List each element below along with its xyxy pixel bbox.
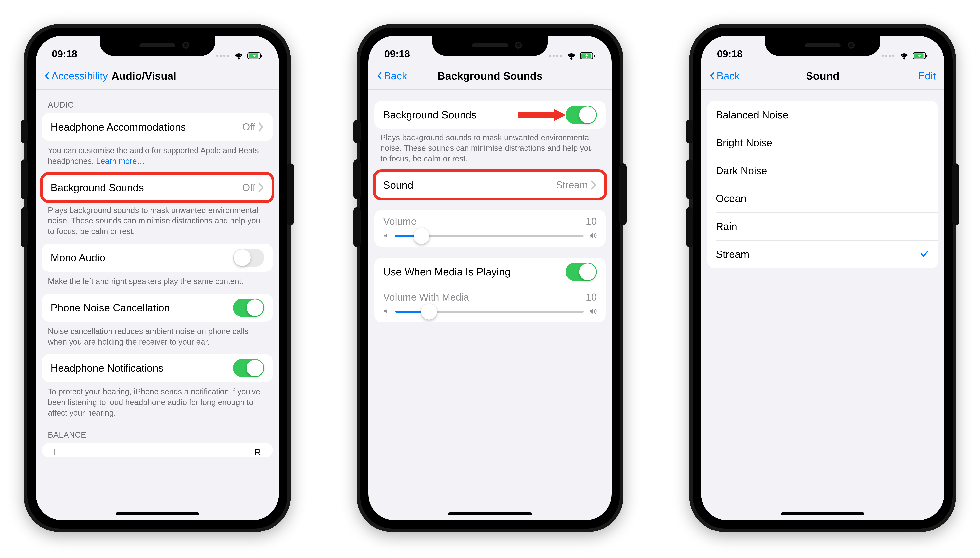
side-power-button <box>952 163 959 225</box>
row-sound-option[interactable]: Balanced Noise <box>707 101 938 129</box>
wifi-icon <box>566 52 576 60</box>
group-headphone-notifications: Headphone Notifications <box>42 354 273 382</box>
toggle-noise-cancellation[interactable] <box>233 299 264 317</box>
home-indicator[interactable] <box>116 512 199 515</box>
chevron-right-icon <box>258 122 264 132</box>
row-mono-audio[interactable]: Mono Audio <box>42 244 273 272</box>
toggle-headphone-notifications[interactable] <box>233 359 264 377</box>
wifi-icon <box>899 52 909 60</box>
volume-mute-button <box>353 120 360 143</box>
speaker-high-icon <box>588 232 597 240</box>
svg-rect-5 <box>594 54 595 57</box>
chevron-right-icon <box>591 180 597 190</box>
notch <box>432 36 548 56</box>
phone-mockup-3: 09:18 •••• Back Sound Edit Balanced Nois… <box>689 24 956 532</box>
row-label: Dark Noise <box>716 165 929 177</box>
balance-left-label: L <box>54 447 59 457</box>
cellular-icon: •••• <box>216 52 230 60</box>
checkmark-icon <box>920 249 929 259</box>
row-volume-with-media[interactable]: Volume With Media 10 <box>375 286 605 322</box>
chevron-right-icon <box>258 183 264 192</box>
row-label: Rain <box>716 220 929 232</box>
nav-bar: Back Background Sounds <box>368 62 612 90</box>
row-sound-option[interactable]: Dark Noise <box>707 157 938 185</box>
footer-headphone-notifications: To protect your hearing, iPhone sends a … <box>36 383 279 420</box>
volume-media-label: Volume With Media <box>383 291 469 303</box>
group-bgs-toggle: Background Sounds <box>375 101 605 129</box>
row-value: Off <box>242 182 255 193</box>
row-label: Bright Noise <box>716 137 929 149</box>
footer-headphone-accommodations: You can customise the audio for supporte… <box>36 142 279 168</box>
volume-down-button <box>686 207 693 247</box>
group-sound-picker: Sound Stream <box>375 171 605 199</box>
edit-button[interactable]: Edit <box>918 70 936 82</box>
page-title: Audio/Visual <box>111 69 176 82</box>
wifi-icon <box>234 52 244 60</box>
row-value: Off <box>242 121 255 133</box>
learn-more-link[interactable]: Learn more… <box>96 157 145 166</box>
back-button[interactable]: Back <box>708 70 740 82</box>
back-label: Back <box>384 70 407 82</box>
row-sound-option[interactable]: Bright Noise <box>707 129 938 157</box>
volume-label: Volume <box>383 216 417 227</box>
volume-up-button <box>21 159 28 199</box>
group-headphone-accommodations: Headphone Accommodations Off <box>42 113 273 141</box>
back-button[interactable]: Accessibility <box>43 70 108 82</box>
row-background-sounds[interactable]: Background Sounds Off <box>42 174 273 202</box>
toggle-mono-audio[interactable] <box>233 248 264 267</box>
back-label: Accessibility <box>51 70 108 82</box>
volume-down-button <box>21 207 28 247</box>
volume-slider[interactable] <box>395 235 584 237</box>
balance-right-label: R <box>255 447 261 457</box>
page-title: Background Sounds <box>437 69 543 82</box>
status-time: 09:18 <box>717 48 743 60</box>
row-label: Phone Noise Cancellation <box>51 302 233 313</box>
row-sound-option[interactable]: Stream <box>707 240 938 268</box>
phone-mockup-2: 09:18 •••• Back Background Sounds <box>357 24 623 532</box>
section-header-balance: BALANCE <box>36 420 279 443</box>
row-sound-option[interactable]: Rain <box>707 212 938 240</box>
nav-bar: Back Sound Edit <box>701 62 944 90</box>
row-headphone-notifications[interactable]: Headphone Notifications <box>42 354 273 382</box>
status-time: 09:18 <box>384 48 410 60</box>
row-sound[interactable]: Sound Stream <box>375 171 605 199</box>
page-title: Sound <box>806 69 839 82</box>
row-background-sounds-toggle[interactable]: Background Sounds <box>375 101 605 129</box>
group-balance: L R <box>42 443 273 457</box>
speaker-low-icon <box>383 232 390 240</box>
back-button[interactable]: Back <box>376 70 407 82</box>
row-headphone-accommodations[interactable]: Headphone Accommodations Off <box>42 113 273 141</box>
battery-charging-icon <box>247 52 263 60</box>
battery-charging-icon <box>913 52 928 60</box>
volume-up-button <box>686 159 693 199</box>
row-phone-noise-cancellation[interactable]: Phone Noise Cancellation <box>42 294 273 322</box>
svg-rect-9 <box>926 54 928 57</box>
speaker-low-icon <box>383 308 390 316</box>
phone-mockup-1: 09:18 •••• Accessibility Audio/Visual <box>24 24 291 532</box>
toggle-background-sounds[interactable] <box>566 106 597 124</box>
group-background-sounds: Background Sounds Off <box>42 174 273 202</box>
row-label: Background Sounds <box>51 182 242 194</box>
volume-mute-button <box>21 120 28 143</box>
volume-down-button <box>353 207 360 247</box>
footer-bgs-toggle: Plays background sounds to mask unwanted… <box>368 129 612 166</box>
group-mono-audio: Mono Audio <box>42 244 273 272</box>
battery-charging-icon <box>580 52 596 60</box>
row-label: Stream <box>716 248 920 260</box>
row-volume[interactable]: Volume 10 <box>375 210 605 247</box>
footer-background-sounds: Plays background sounds to mask unwanted… <box>36 202 279 238</box>
volume-media-value: 10 <box>586 291 597 303</box>
row-sound-option[interactable]: Ocean <box>707 185 938 212</box>
row-label: Use When Media Is Playing <box>383 266 566 278</box>
row-use-when-media[interactable]: Use When Media Is Playing <box>375 258 605 286</box>
home-indicator[interactable] <box>781 512 864 515</box>
row-value: Stream <box>556 179 588 191</box>
status-time: 09:18 <box>52 48 77 60</box>
toggle-use-when-media[interactable] <box>566 263 597 281</box>
volume-mute-button <box>686 120 693 143</box>
group-sound-options: Balanced NoiseBright NoiseDark NoiseOcea… <box>707 101 938 268</box>
home-indicator[interactable] <box>448 512 532 515</box>
volume-media-slider[interactable] <box>395 311 584 313</box>
row-label: Mono Audio <box>51 252 233 264</box>
row-label: Ocean <box>716 192 929 205</box>
